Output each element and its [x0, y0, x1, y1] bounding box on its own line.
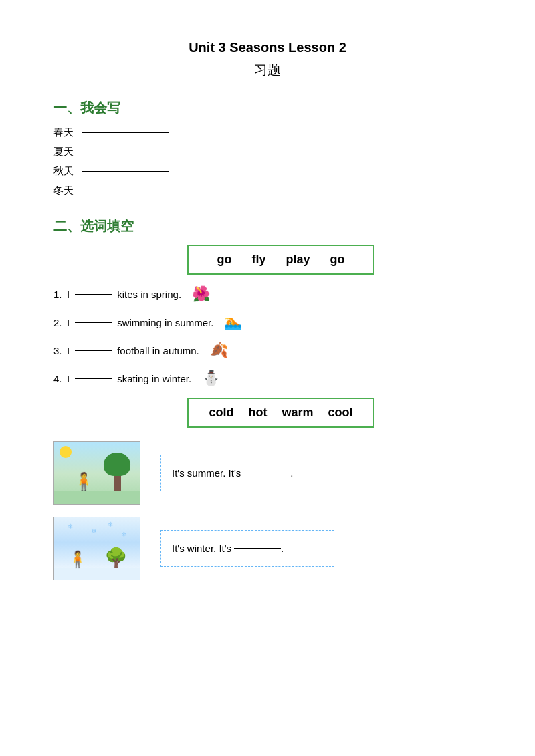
write-row-2: 夏天 — [54, 146, 481, 158]
word-go2: go — [330, 253, 345, 267]
page-title: Unit 3 Seasons Lesson 2 — [54, 40, 481, 55]
snowflake-2: ❄ — [91, 527, 96, 535]
snowflake-3: ❄ — [108, 521, 113, 528]
summer-sentence-post: . — [290, 467, 293, 479]
section2-header: 二、选词填空 — [54, 217, 481, 235]
summer-blank[interactable] — [243, 473, 290, 473]
snow-ground — [54, 568, 140, 580]
winter-sentence-post: . — [281, 543, 284, 554]
num-3: 3. — [54, 345, 67, 356]
summer-sentence-pre: It's summer. It's — [172, 467, 241, 479]
word-fly: fly — [251, 253, 265, 267]
ground — [54, 491, 140, 505]
sun-icon — [60, 446, 72, 458]
pre-4: I — [67, 373, 70, 384]
icon-1: 🌺 — [192, 285, 210, 303]
page-subtitle: 习题 — [54, 61, 481, 79]
icon-3: 🍂 — [210, 342, 228, 359]
write-label-1: 春天 — [54, 126, 80, 139]
write-row-4: 冬天 — [54, 184, 481, 197]
write-label-3: 秋天 — [54, 165, 80, 178]
sentence-row-3: 3. I football in autumn. 🍂 — [54, 342, 481, 359]
word-go1: go — [217, 253, 231, 267]
tree-top — [104, 453, 130, 476]
pic-row-winter: ❄ ❄ ❄ ❄ 🧍 🌳 It's winter. It's . — [54, 517, 481, 580]
sentence-row-1: 1. I kites in spring. 🌺 — [54, 285, 481, 303]
post-2: swimming in summer. — [117, 317, 213, 328]
icon-4: ⛄ — [202, 370, 220, 387]
icon-2: 🏊 — [224, 313, 242, 331]
pic-answer-section: 🧍 It's summer. It's . ❄ ❄ ❄ ❄ 🧍 🌳 — [54, 441, 481, 580]
write-line-1 — [82, 132, 169, 133]
winter-sentence-pre: It's winter. It's — [172, 543, 231, 554]
word-warm: warm — [282, 406, 313, 420]
word-hot: hot — [248, 406, 267, 420]
pre-1: I — [67, 289, 70, 300]
section1-header: 一、我会写 — [54, 99, 481, 117]
blank-4[interactable] — [75, 378, 112, 379]
section-write: 一、我会写 春天 夏天 秋天 冬天 — [54, 99, 481, 197]
winter-blank[interactable] — [234, 548, 281, 549]
blank-2[interactable] — [75, 322, 112, 323]
write-line-2 — [82, 152, 169, 152]
post-3: football in autumn. — [117, 345, 199, 356]
num-4: 4. — [54, 373, 67, 384]
pre-3: I — [67, 345, 70, 356]
person-summer: 🧍 — [73, 471, 94, 492]
word-cold: cold — [209, 406, 233, 420]
num-1: 1. — [54, 289, 67, 300]
sentence-row-4: 4. I skating in winter. ⛄ — [54, 370, 481, 387]
num-2: 2. — [54, 317, 67, 328]
snowflake-4: ❄ — [121, 531, 126, 538]
blank-3[interactable] — [75, 350, 112, 351]
person-winter: 🧍 — [68, 550, 88, 569]
write-label-4: 冬天 — [54, 184, 80, 197]
write-line-3 — [82, 171, 169, 172]
winter-answer-box: It's winter. It's . — [160, 530, 334, 567]
write-line-4 — [82, 191, 169, 191]
word-play: play — [286, 253, 310, 267]
summer-picture: 🧍 — [54, 441, 140, 505]
write-label-2: 夏天 — [54, 146, 80, 158]
snowflake-1: ❄ — [68, 523, 73, 530]
blank-1[interactable] — [75, 294, 112, 295]
pic-row-summer: 🧍 It's summer. It's . — [54, 441, 481, 505]
word-cool: cool — [328, 406, 353, 420]
summer-answer-box: It's summer. It's . — [160, 455, 334, 491]
post-1: kites in spring. — [117, 289, 181, 300]
write-row-1: 春天 — [54, 126, 481, 139]
bare-tree: 🌳 — [104, 547, 128, 569]
sentence-row-2: 2. I swimming in summer. 🏊 — [54, 313, 481, 331]
winter-picture: ❄ ❄ ❄ ❄ 🧍 🌳 — [54, 517, 140, 580]
post-4: skating in winter. — [117, 373, 191, 384]
pre-2: I — [67, 317, 70, 328]
section-fill: 二、选词填空 go fly play go 1. I kites in spri… — [54, 217, 481, 580]
write-row-3: 秋天 — [54, 165, 481, 178]
cold-hot-box: cold hot warm cool — [187, 398, 374, 428]
word-box: go fly play go — [187, 245, 374, 275]
